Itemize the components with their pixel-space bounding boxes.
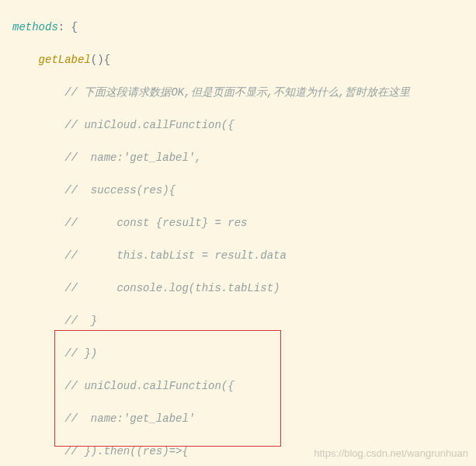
code-line-comment: // } (6, 313, 476, 329)
code-line-comment: // uniCloud.callFunction({ (6, 117, 476, 134)
code-line-comment: // }) (6, 346, 476, 362)
keyword-methods: methods (12, 21, 58, 33)
code-line-comment: // uniCloud.callFunction({ (6, 378, 476, 395)
code-line: getLabel(){ (6, 52, 476, 68)
code-line: methods: { (6, 19, 476, 36)
code-line-comment: // console.log(this.tabList) (6, 280, 476, 297)
code-line-comment: // name:'get_label' (6, 411, 476, 427)
function-name: getLabel (39, 54, 91, 66)
code-line-comment: // success(res){ (6, 183, 476, 199)
code-line-comment: // this.tabList = result.data (6, 248, 476, 264)
code-line-comment: // 下面这段请求数据OK,但是页面不显示,不知道为什么,暂时放在这里 (6, 85, 476, 101)
watermark-text: https://blog.csdn.net/wangrunhuan (314, 445, 468, 461)
code-line-comment: // name:'get_label', (6, 150, 476, 166)
code-line-comment: // const {result} = res (6, 215, 476, 231)
code-editor[interactable]: methods: { getLabel(){ // 下面这段请求数据OK,但是页… (0, 0, 476, 466)
